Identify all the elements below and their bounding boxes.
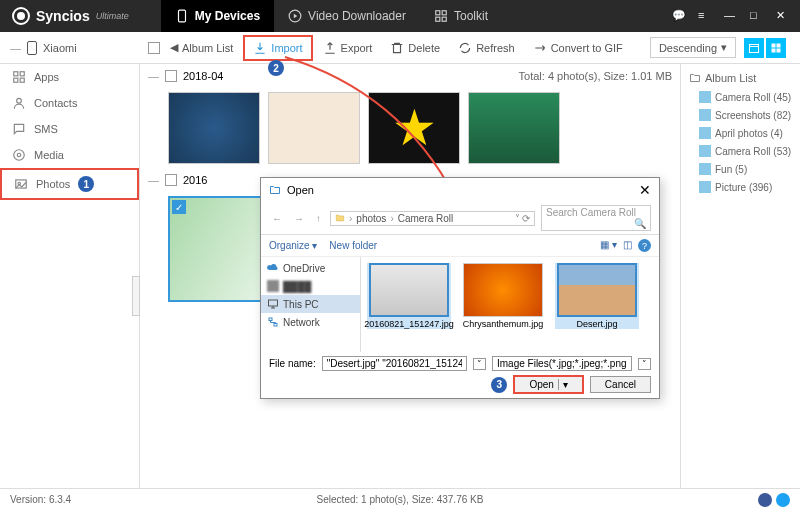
photo-thumbnail[interactable] [468,92,560,164]
tab-my-devices[interactable]: My Devices [161,0,274,32]
album-item[interactable]: Camera Roll (45) [685,88,796,106]
nav-back-button[interactable]: ← [269,213,285,224]
sidebar-onedrive[interactable]: OneDrive [261,259,360,277]
btn-label: Export [341,42,373,54]
image-icon [699,109,711,121]
svg-rect-22 [269,300,278,306]
photo-thumbnail[interactable] [268,92,360,164]
sidebar-item-contacts[interactable]: Contacts [0,90,139,116]
refresh-button[interactable]: Refresh [450,37,523,59]
sidebar-this-pc[interactable]: This PC [261,295,360,313]
file-item[interactable]: Chrysanthemum.jpg [461,263,545,329]
tab-toolkit[interactable]: Toolkit [420,0,502,32]
tab-label: Video Downloader [308,9,406,23]
select-all-checkbox[interactable] [148,42,160,54]
device-name-label: Xiaomi [43,42,77,54]
sidebar-item-apps[interactable]: Apps [0,64,139,90]
menu-icon[interactable]: ≡ [698,9,712,23]
import-button[interactable]: Import [243,35,312,61]
sidebar-item-photos[interactable]: Photos 1 [0,168,139,200]
dialog-sidebar: OneDrive ████ This PC Network [261,257,361,352]
play-icon [288,9,302,23]
collapse-icon[interactable]: — [148,174,159,186]
sidebar-item-media[interactable]: Media [0,142,139,168]
dialog-toolbar: Organize ▾ New folder ▦ ▾ ◫ ? [261,235,659,257]
preview-pane-button[interactable]: ◫ [623,239,632,252]
dialog-search-input[interactable]: Search Camera Roll 🔍 [541,205,651,231]
annotation-badge-2: 2 [268,60,284,76]
album-item[interactable]: Screenshots (82) [685,106,796,124]
svg-rect-23 [269,318,272,321]
device-selector[interactable]: — Xiaomi [0,41,140,55]
sidebar-network[interactable]: Network [261,313,360,331]
filename-input[interactable] [322,356,467,371]
group-checkbox[interactable] [165,70,177,82]
album-item[interactable]: Camera Roll (53) [685,142,796,160]
image-icon [699,127,711,139]
delete-button[interactable]: Delete [382,37,448,59]
convert-gif-button[interactable]: Convert to GIF [525,37,631,59]
image-icon [699,163,711,175]
facebook-icon[interactable] [758,493,772,507]
organize-dropdown[interactable]: Organize ▾ [269,240,317,251]
photo-thumbnail[interactable]: ★ [368,92,460,164]
app-logo: Syncios Ultimate [0,7,141,25]
new-folder-button[interactable]: New folder [329,240,377,251]
twitter-icon[interactable] [776,493,790,507]
sidebar-collapse-handle[interactable] [132,276,140,316]
svg-rect-10 [772,48,776,52]
help-button[interactable]: ? [638,239,651,252]
open-icon [269,184,281,196]
path-segment[interactable]: Camera Roll [398,213,454,224]
close-icon[interactable]: ✕ [776,9,790,23]
svg-rect-4 [442,11,446,15]
tab-video-downloader[interactable]: Video Downloader [274,0,420,32]
album-item[interactable]: April photos (4) [685,124,796,142]
file-filter-dropdown[interactable] [492,356,632,371]
group-stats: Total: 4 photo(s), Size: 1.01 MB [519,70,672,82]
sidebar-item-sms[interactable]: SMS [0,116,139,142]
open-button[interactable]: Open ▾ [513,375,583,394]
svg-point-18 [17,153,21,157]
svg-rect-14 [14,78,18,82]
minimize-icon[interactable]: — [724,9,738,23]
sms-icon [12,122,26,136]
collapse-icon[interactable]: — [148,70,159,82]
calendar-view-button[interactable] [744,38,764,58]
chevron-down-icon[interactable]: ˅ [473,358,486,370]
file-item[interactable]: Desert.jpg [555,263,639,329]
nav-forward-button[interactable]: → [291,213,307,224]
dialog-close-button[interactable]: ✕ [639,182,651,198]
chevron-down-icon[interactable]: ˅ [638,358,651,370]
sidebar-blurred-item[interactable]: ████ [261,277,360,295]
split-chevron-icon[interactable]: ▾ [558,379,568,390]
file-item[interactable]: 20160821_151247.jpg [367,263,451,329]
album-list-button[interactable]: ◀ Album List [162,37,241,58]
nav-up-button[interactable]: ↑ [313,213,324,224]
photo-thumbnail-selected[interactable]: ✓ [168,196,274,302]
group-label: 2018-04 [183,70,223,82]
path-breadcrumb[interactable]: › photos › Camera Roll ˅ ⟳ [330,211,535,226]
album-item[interactable]: Fun (5) [685,160,796,178]
svg-rect-15 [20,78,24,82]
svg-rect-9 [777,43,781,47]
sort-dropdown[interactable]: Descending ▾ [650,37,736,58]
cancel-button[interactable]: Cancel [590,376,651,393]
sidebar-item-label: Apps [34,71,59,83]
svg-rect-5 [436,17,440,21]
group-checkbox[interactable] [165,174,177,186]
view-mode-button[interactable]: ▦ ▾ [600,239,617,252]
chat-icon[interactable]: 💬 [672,9,686,23]
maximize-icon[interactable]: □ [750,9,764,23]
album-label: Screenshots (82) [715,110,791,121]
image-icon [699,91,711,103]
path-segment[interactable]: photos [356,213,386,224]
refresh-icon[interactable]: ⟳ [522,213,530,224]
sidebar-label: Network [283,317,320,328]
photo-thumbnail[interactable] [168,92,260,164]
album-item[interactable]: Picture (396) [685,178,796,196]
grid-view-button[interactable] [766,38,786,58]
media-icon [12,148,26,162]
chevron-down-icon[interactable]: ˅ [515,213,520,224]
export-button[interactable]: Export [315,37,381,59]
